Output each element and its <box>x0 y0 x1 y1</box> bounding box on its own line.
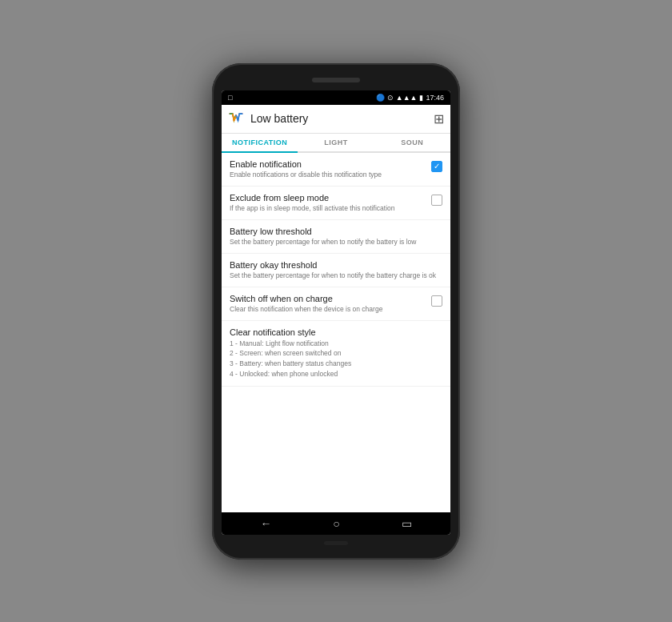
phone-speaker <box>312 78 360 82</box>
setting-exclude-sleep-desc: If the app is in sleep mode, still activ… <box>230 204 425 213</box>
exclude-sleep-checkbox[interactable] <box>431 195 442 206</box>
setting-battery-okay[interactable]: Battery okay threshold Set the battery p… <box>222 254 450 287</box>
checkbox-unchecked-icon[interactable] <box>431 195 442 206</box>
setting-exclude-sleep-title: Exclude from sleep mode <box>230 193 425 203</box>
setting-battery-okay-text: Battery okay threshold Set the battery p… <box>230 260 442 280</box>
switch-off-charge-checkbox[interactable] <box>431 295 442 307</box>
clear-notification-item-2: 2 - Screen: when screen switched on <box>230 348 436 359</box>
setting-switch-off-charge[interactable]: Switch off when on charge Clear this not… <box>222 287 450 321</box>
setting-clear-notification-title: Clear notification style <box>230 327 436 337</box>
setting-enable-notification-text: Enable notification Enable notifications… <box>230 159 431 179</box>
checkbox-checked-icon[interactable]: ✓ <box>431 161 442 172</box>
bottom-nav: ← ○ ▭ <box>222 512 450 535</box>
phone-device: □ 🔵 ⊙ ▲▲▲ ▮ 17:46 Low battery ⊞ <box>212 63 460 560</box>
back-button[interactable]: ← <box>260 517 271 530</box>
setting-exclude-sleep-text: Exclude from sleep mode If the app is in… <box>230 193 431 213</box>
setting-enable-notification-desc: Enable notifications or disable this not… <box>230 171 425 179</box>
notification-icon: □ <box>228 94 232 102</box>
clock: 17:46 <box>426 94 444 102</box>
setting-battery-low-text: Battery low threshold Set the battery pe… <box>230 227 442 247</box>
bluetooth-icon: 🔵 <box>376 94 385 102</box>
status-bar: □ 🔵 ⊙ ▲▲▲ ▮ 17:46 <box>222 90 450 105</box>
settings-list: Enable notification Enable notifications… <box>222 153 450 512</box>
wifi-icon: ⊙ <box>387 94 394 102</box>
setting-battery-low-title: Battery low threshold <box>230 227 436 236</box>
enable-notification-checkbox[interactable]: ✓ <box>431 161 442 172</box>
setting-enable-notification[interactable]: Enable notification Enable notifications… <box>222 153 450 187</box>
checkbox-unchecked-charge-icon[interactable] <box>431 295 442 307</box>
setting-battery-low[interactable]: Battery low threshold Set the battery pe… <box>222 220 450 254</box>
setting-switch-off-charge-text: Switch off when on charge Clear this not… <box>230 294 431 314</box>
status-bar-left: □ <box>228 94 232 102</box>
app-logo <box>228 110 244 126</box>
clear-notification-item-3: 3 - Battery: when battery status changes <box>230 359 436 369</box>
tab-sound[interactable]: SOUN <box>374 134 450 153</box>
clear-notification-item-1: 1 - Manual: Light flow notification <box>230 339 436 349</box>
home-button[interactable]: ○ <box>333 517 339 530</box>
setting-battery-low-desc: Set the battery percentage for when to n… <box>230 238 436 247</box>
setting-battery-okay-title: Battery okay threshold <box>230 260 436 270</box>
setting-battery-okay-desc: Set the battery percentage for when to n… <box>230 271 436 280</box>
setting-switch-off-charge-title: Switch off when on charge <box>230 294 425 303</box>
clear-notification-item-4: 4 - Unlocked: when phone unlocked <box>230 369 436 379</box>
signal-icon: ▲▲▲ <box>396 94 418 102</box>
status-bar-right: 🔵 ⊙ ▲▲▲ ▮ 17:46 <box>376 94 444 102</box>
setting-exclude-sleep[interactable]: Exclude from sleep mode If the app is in… <box>222 187 450 220</box>
setting-clear-notification[interactable]: Clear notification style 1 - Manual: Lig… <box>222 321 450 387</box>
tab-notification[interactable]: NOTIFICATION <box>222 134 298 153</box>
phone-home-hardware-btn <box>324 541 348 545</box>
setting-enable-notification-title: Enable notification <box>230 159 425 169</box>
setting-switch-off-charge-desc: Clear this notification when the device … <box>230 305 425 314</box>
setting-clear-notification-text: Clear notification style 1 - Manual: Lig… <box>230 327 442 379</box>
battery-icon: ▮ <box>419 94 423 102</box>
tab-light[interactable]: LIGHT <box>298 134 374 153</box>
recents-button[interactable]: ▭ <box>402 517 412 530</box>
setting-clear-notification-list: 1 - Manual: Light flow notification 2 - … <box>230 339 436 379</box>
app-bar-title: Low battery <box>250 112 434 125</box>
phone-screen: □ 🔵 ⊙ ▲▲▲ ▮ 17:46 Low battery ⊞ <box>222 90 450 535</box>
tab-bar: NOTIFICATION LIGHT SOUN <box>222 134 450 153</box>
menu-icon[interactable]: ⊞ <box>434 111 444 126</box>
app-bar: Low battery ⊞ <box>222 105 450 134</box>
